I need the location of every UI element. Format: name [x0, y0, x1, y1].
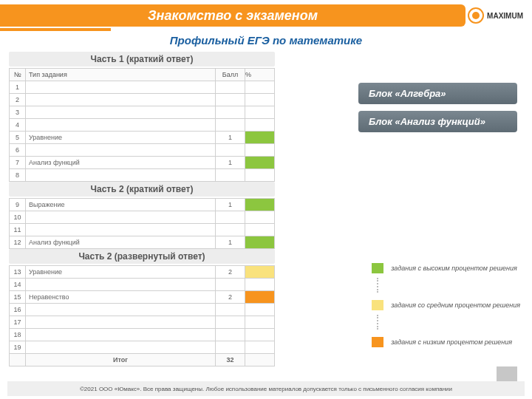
- table-row: 2: [10, 94, 275, 106]
- table-row: 17: [10, 316, 275, 329]
- table-part2a: 9Выражение1101112Анализ функций1: [9, 198, 275, 249]
- footer-text: ©2021 ООО «Юмакс». Все права защищены. Л…: [80, 386, 452, 392]
- cell-num: 14: [10, 279, 26, 291]
- table-row: 4: [10, 119, 275, 132]
- cell-type: [26, 211, 216, 224]
- cell-pct: [245, 341, 275, 354]
- cell-score: 2: [216, 291, 245, 304]
- cell-type: [26, 144, 216, 157]
- cell-score: 1: [216, 132, 245, 144]
- cell-score: [216, 94, 245, 106]
- cell-num: 12: [10, 236, 26, 249]
- cell-pct: [245, 119, 275, 132]
- cell-num: 19: [10, 341, 26, 354]
- cell-type: Анализ функций: [26, 236, 216, 249]
- cell-pct: [245, 316, 275, 329]
- accent-bar: [0, 28, 111, 31]
- table-header-row: № Тип задания Балл %: [10, 69, 275, 81]
- table-row: 12Анализ функций1: [10, 236, 275, 249]
- table-row: 6: [10, 144, 275, 157]
- cell-type: [26, 94, 216, 106]
- legend-mid-text: задания со средним процентом решения: [391, 301, 520, 309]
- section-part1: Часть 1 (краткий ответ): [9, 52, 275, 66]
- exam-table: Часть 1 (краткий ответ) № Тип задания Ба…: [9, 52, 275, 366]
- cell-pct: [245, 329, 275, 341]
- swatch-yellow: [372, 300, 383, 310]
- logo-icon: [468, 7, 484, 24]
- legend-divider: [377, 278, 378, 293]
- table-part1: № Тип задания Балл % 12345Уравнение167Ан…: [9, 68, 275, 182]
- cell-pct: [245, 266, 275, 279]
- cell-score: [216, 81, 245, 94]
- cell-pct: [245, 106, 275, 119]
- cell-score: 1: [216, 157, 245, 169]
- brand-logo: MAXIMUM: [468, 4, 523, 27]
- cell-score: [216, 224, 245, 236]
- block-analysis: Блок «Анализ функций»: [358, 111, 517, 132]
- section-part2b: Часть 2 (развернутый ответ): [9, 249, 275, 264]
- cell-type: [26, 279, 216, 291]
- cell-score: [216, 211, 245, 224]
- cell-pct: [245, 304, 275, 316]
- table-row: 7Анализ функций1: [10, 157, 275, 169]
- table-row: 8: [10, 169, 275, 182]
- cell-pct: [245, 81, 275, 94]
- table-row: 11: [10, 224, 275, 236]
- cell-pct: [245, 291, 275, 304]
- cell-num: 8: [10, 169, 26, 182]
- legend-divider: [377, 315, 378, 330]
- cell-score: [216, 341, 245, 354]
- cell-num: 9: [10, 199, 26, 211]
- cell-pct: [245, 279, 275, 291]
- swatch-green: [372, 263, 383, 273]
- total-row: Итог 32: [10, 354, 275, 366]
- cell-num: 18: [10, 329, 26, 341]
- cell-type: Выражение: [26, 199, 216, 211]
- table-row: 13Уравнение2: [10, 266, 275, 279]
- cell-num: 10: [10, 211, 26, 224]
- cell-pct: [245, 224, 275, 236]
- cell-score: 2: [216, 266, 245, 279]
- cell-score: [216, 329, 245, 341]
- cell-type: Уравнение: [26, 266, 216, 279]
- legend-low-text: задания с низким процентом решения: [391, 338, 512, 346]
- cell-num: 15: [10, 291, 26, 304]
- cell-type: [26, 119, 216, 132]
- cell-score: [216, 316, 245, 329]
- cell-type: [26, 169, 216, 182]
- cell-type: Неравенство: [26, 291, 216, 304]
- cell-num: 16: [10, 304, 26, 316]
- legend-low: задания с низким процентом решения: [372, 337, 520, 347]
- table-row: 10: [10, 211, 275, 224]
- total-label: Итог: [26, 354, 216, 366]
- col-type: Тип задания: [26, 69, 216, 81]
- table-row: 5Уравнение1: [10, 132, 275, 144]
- block-algebra: Блок «Алгебра»: [358, 83, 517, 104]
- cell-pct: [245, 199, 275, 211]
- cell-num: 11: [10, 224, 26, 236]
- cell-type: [26, 224, 216, 236]
- table-row: 9Выражение1: [10, 199, 275, 211]
- section-part2a: Часть 2 (краткий ответ): [9, 182, 275, 197]
- cell-num: 4: [10, 119, 26, 132]
- footer: ©2021 ООО «Юмакс». Все права защищены. Л…: [7, 381, 525, 396]
- swatch-orange: [372, 337, 383, 347]
- legend-high-text: задания с высоким процентом решения: [391, 265, 517, 272]
- table-row: 15Неравенство2: [10, 291, 275, 304]
- cell-type: Анализ функций: [26, 157, 216, 169]
- cell-pct: [245, 169, 275, 182]
- cell-type: [26, 106, 216, 119]
- cell-score: [216, 106, 245, 119]
- cell-type: [26, 341, 216, 354]
- cell-num: 6: [10, 144, 26, 157]
- page-corner: [497, 366, 517, 381]
- col-pct: %: [245, 69, 275, 81]
- legend-high: задания с высоким процентом решения: [372, 263, 520, 273]
- cell-num: 17: [10, 316, 26, 329]
- cell-score: [216, 169, 245, 182]
- legend-mid: задания со средним процентом решения: [372, 300, 520, 310]
- total-value: 32: [216, 354, 245, 366]
- cell-num: 5: [10, 132, 26, 144]
- cell-type: [26, 316, 216, 329]
- cell-type: [26, 329, 216, 341]
